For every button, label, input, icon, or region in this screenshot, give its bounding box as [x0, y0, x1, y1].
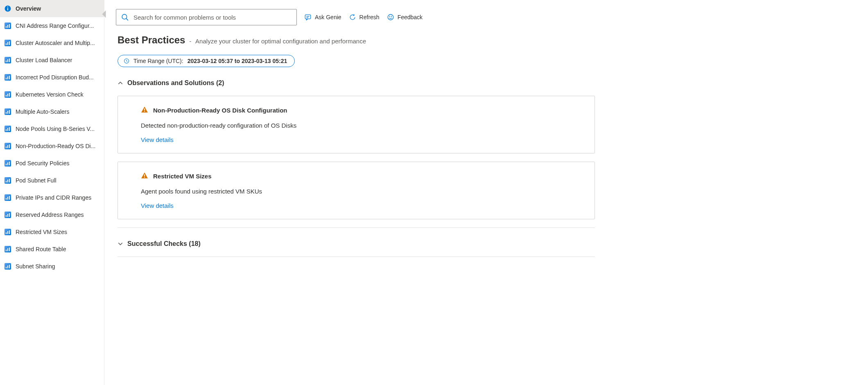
sidebar-item[interactable]: Cluster Autoscaler and Multip... [0, 34, 104, 52]
svg-rect-22 [9, 93, 10, 97]
svg-rect-30 [9, 127, 10, 131]
svg-rect-46 [9, 196, 10, 200]
chart-icon [5, 194, 11, 201]
sidebar-item[interactable]: Shared Route Table [0, 241, 104, 258]
svg-rect-57 [7, 248, 8, 251]
svg-rect-32 [6, 146, 7, 148]
svg-rect-58 [9, 248, 10, 251]
svg-rect-54 [9, 230, 10, 234]
chart-icon [5, 91, 11, 98]
page-title: Best Practices [118, 34, 185, 46]
chevron-up-icon [118, 80, 123, 86]
view-details-link[interactable]: View details [141, 202, 174, 209]
svg-point-69 [389, 16, 390, 17]
successful-checks-section-header[interactable]: Successful Checks (18) [118, 239, 595, 249]
svg-rect-14 [9, 59, 10, 62]
svg-rect-42 [9, 179, 10, 182]
svg-rect-10 [9, 41, 10, 45]
sidebar-item[interactable]: Incorrect Pod Disruption Bud... [0, 69, 104, 86]
chat-icon [304, 14, 312, 21]
search-icon [121, 14, 129, 21]
search-input[interactable] [133, 14, 292, 21]
sidebar-item[interactable]: Subnet Sharing [0, 258, 104, 275]
sidebar-item-label: Node Pools Using B-Series V... [16, 126, 100, 132]
svg-rect-24 [6, 112, 7, 114]
search-box[interactable] [116, 9, 297, 25]
ask-genie-label: Ask Genie [315, 14, 341, 20]
sidebar-item[interactable]: Cluster Load Balancer [0, 52, 104, 69]
ask-genie-button[interactable]: Ask Genie [304, 14, 341, 21]
svg-rect-21 [7, 94, 8, 97]
feedback-button[interactable]: Feedback [387, 14, 423, 21]
chart-icon [5, 74, 11, 81]
sidebar-item-label: Non-Production-Ready OS Di... [16, 143, 100, 149]
svg-point-63 [122, 14, 127, 19]
page-subtitle: Analyze your cluster for optimal configu… [195, 38, 366, 45]
svg-rect-37 [7, 162, 8, 165]
svg-rect-5 [7, 25, 8, 28]
successful-checks-section-title: Successful Checks (18) [127, 240, 201, 248]
observation-card-description: Detected non-production-ready configurat… [141, 122, 572, 129]
chevron-down-icon [118, 241, 123, 247]
svg-rect-60 [6, 267, 7, 268]
time-range-pill[interactable]: Time Range (UTC): 2023-03-12 05:37 to 20… [118, 55, 295, 67]
observations-section-header[interactable]: Observations and Solutions (2) [118, 78, 595, 88]
sidebar-item[interactable]: Non-Production-Ready OS Di... [0, 137, 104, 155]
sidebar-item[interactable]: Node Pools Using B-Series V... [0, 120, 104, 137]
svg-rect-49 [7, 214, 8, 217]
svg-rect-62 [9, 265, 10, 268]
svg-rect-20 [6, 95, 7, 97]
svg-rect-8 [6, 43, 7, 45]
section-divider [118, 227, 595, 228]
sidebar-item-label: Multiple Auto-Scalers [16, 108, 100, 115]
feedback-label: Feedback [398, 14, 423, 20]
svg-rect-17 [7, 77, 8, 79]
sidebar-item[interactable]: Multiple Auto-Scalers [0, 103, 104, 120]
sidebar-item-label: Subnet Sharing [16, 263, 100, 270]
svg-rect-74 [144, 174, 145, 176]
svg-rect-1 [7, 8, 8, 11]
sidebar-item[interactable]: CNI Address Range Configur... [0, 17, 104, 34]
sidebar-item[interactable]: Reserved Address Ranges [0, 206, 104, 223]
svg-rect-38 [9, 162, 10, 165]
chart-icon [5, 246, 11, 252]
sidebar-item[interactable]: Pod Security Policies [0, 155, 104, 172]
svg-rect-26 [9, 110, 10, 114]
warning-icon [141, 172, 148, 179]
sidebar-item-overview[interactable]: Overview [0, 0, 104, 17]
sidebar-item-label: Reserved Address Ranges [16, 212, 100, 218]
svg-rect-9 [7, 42, 8, 45]
svg-rect-33 [7, 145, 8, 148]
svg-rect-56 [6, 250, 7, 251]
sidebar-item-label: Incorrect Pod Disruption Bud... [16, 74, 100, 81]
sidebar-item[interactable]: Pod Subnet Full [0, 172, 104, 189]
svg-rect-12 [6, 61, 7, 62]
observation-card-description: Agent pools found using restricted VM SK… [141, 188, 572, 195]
sidebar-collapse-toggle[interactable] [102, 11, 106, 18]
time-range-label: Time Range (UTC): [133, 58, 183, 64]
svg-line-64 [126, 18, 128, 20]
warning-icon [141, 106, 148, 113]
chart-icon [5, 177, 11, 184]
sidebar-item-label: Kubernetes Version Check [16, 91, 100, 98]
observation-card: Restricted VM SizesAgent pools found usi… [118, 162, 595, 219]
page-heading: Best Practices - Analyze your cluster fo… [118, 34, 595, 46]
page-title-separator: - [189, 38, 191, 45]
sidebar-item-label: Cluster Autoscaler and Multip... [16, 40, 100, 46]
sidebar-item[interactable]: Restricted VM Sizes [0, 223, 104, 241]
topbar: Ask Genie Refresh Feedback [104, 0, 868, 31]
sidebar-item[interactable]: Kubernetes Version Check [0, 86, 104, 103]
refresh-button[interactable]: Refresh [349, 14, 380, 21]
sidebar-item[interactable]: Private IPs and CIDR Ranges [0, 189, 104, 206]
observation-card-title: Non-Production-Ready OS Disk Configurati… [153, 107, 287, 114]
main-panel: Ask Genie Refresh Feedback Best Practice… [104, 0, 868, 385]
svg-point-68 [388, 14, 393, 20]
view-details-link[interactable]: View details [141, 136, 174, 143]
svg-rect-61 [7, 266, 8, 268]
chart-icon [5, 40, 11, 46]
refresh-label: Refresh [359, 14, 380, 20]
chart-icon [5, 57, 11, 63]
svg-rect-53 [7, 231, 8, 234]
svg-rect-16 [6, 78, 7, 79]
svg-rect-44 [6, 198, 7, 200]
